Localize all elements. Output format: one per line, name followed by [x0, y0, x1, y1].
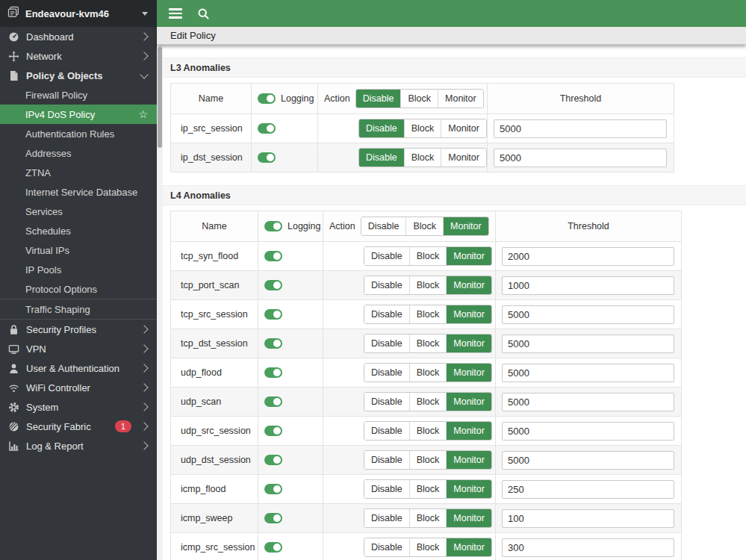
scrollbar-thumb[interactable]: [158, 47, 162, 148]
threshold-input[interactable]: [502, 364, 674, 382]
action-disable-button[interactable]: Disable: [364, 305, 409, 323]
logging-toggle[interactable]: [264, 426, 282, 436]
action-disable-button[interactable]: Disable: [364, 509, 409, 526]
action-monitor-button[interactable]: Monitor: [446, 364, 491, 381]
logging-toggle[interactable]: [258, 123, 276, 134]
threshold-input[interactable]: [502, 422, 674, 441]
sidebar-item-internet-service-database[interactable]: Internet Service Database: [0, 182, 157, 202]
sidebar-item-security-profiles[interactable]: Security Profiles: [0, 319, 157, 339]
threshold-input[interactable]: [502, 393, 674, 411]
action-monitor-button[interactable]: Monitor: [446, 247, 491, 264]
sidebar-item-traffic-shaping[interactable]: Traffic Shaping: [0, 299, 157, 319]
action-monitor-button[interactable]: Monitor: [446, 276, 491, 293]
sidebar-item-log-report[interactable]: Log & Report: [0, 436, 157, 455]
action-block-button[interactable]: Block: [409, 509, 447, 526]
action-disable-button[interactable]: Disable: [364, 276, 409, 293]
sidebar-item-schedules[interactable]: Schedules: [0, 221, 157, 240]
logging-toggle-all[interactable]: [258, 93, 276, 104]
action-monitor-button[interactable]: Monitor: [446, 393, 491, 410]
action-disable-button[interactable]: Disable: [364, 538, 409, 556]
action-block-button[interactable]: Block: [409, 451, 447, 468]
action-block-button[interactable]: Block: [404, 119, 441, 137]
logging-toggle[interactable]: [264, 309, 282, 320]
action-disable-button[interactable]: Disable: [364, 335, 409, 352]
action-disable-button[interactable]: Disable: [364, 393, 409, 410]
sidebar-item-vpn[interactable]: VPN: [0, 339, 157, 358]
action-block-button[interactable]: Block: [404, 149, 441, 166]
logging-toggle[interactable]: [264, 513, 282, 523]
sidebar-item-ipv4-dos-policy[interactable]: IPv4 DoS Policy☆: [0, 105, 157, 124]
action-monitor-button[interactable]: Monitor: [446, 335, 491, 352]
action-block-button[interactable]: Block: [409, 480, 447, 497]
action-disable-button[interactable]: Disable: [364, 422, 409, 439]
action-block-button[interactable]: Block: [405, 217, 443, 234]
logging-toggle[interactable]: [258, 152, 276, 163]
action-block-button[interactable]: Block: [409, 364, 447, 381]
favorite-star-icon[interactable]: ☆: [138, 108, 148, 120]
logging-toggle[interactable]: [264, 280, 282, 290]
sidebar-item-network[interactable]: Network: [0, 46, 157, 66]
action-block-button[interactable]: Block: [409, 422, 447, 439]
threshold-input[interactable]: [502, 305, 674, 324]
action-block-button[interactable]: Block: [409, 393, 447, 410]
action-block-button[interactable]: Block: [409, 276, 447, 293]
action-disable-button[interactable]: Disable: [359, 149, 404, 166]
action-block-button[interactable]: Block: [400, 90, 438, 107]
sidebar-item-security-fabric[interactable]: Security Fabric1: [0, 417, 157, 436]
action-monitor-button[interactable]: Monitor: [443, 217, 488, 234]
threshold-input[interactable]: [494, 119, 667, 138]
logging-toggle[interactable]: [264, 367, 282, 378]
sidebar-item-dashboard[interactable]: Dashboard: [0, 27, 157, 46]
logging-toggle[interactable]: [264, 251, 282, 261]
action-disable-button[interactable]: Disable: [364, 480, 409, 497]
sidebar-item-services[interactable]: Services: [0, 202, 157, 221]
sidebar-item-policy-objects[interactable]: Policy & Objects: [0, 66, 157, 85]
action-monitor-button[interactable]: Monitor: [438, 90, 483, 107]
action-disable-button[interactable]: Disable: [361, 217, 406, 234]
sidebar-item-virtual-ips[interactable]: Virtual IPs: [0, 240, 157, 260]
sidebar-item-protocol-options[interactable]: Protocol Options: [0, 279, 157, 299]
sidebar-item-authentication-rules[interactable]: Authentication Rules: [0, 124, 157, 143]
sidebar-item-ip-pools[interactable]: IP Pools: [0, 260, 157, 279]
logging-toggle[interactable]: [264, 396, 282, 407]
action-block-button[interactable]: Block: [409, 247, 447, 264]
action-monitor-button[interactable]: Monitor: [446, 451, 491, 468]
sidebar-item-firewall-policy[interactable]: Firewall Policy: [0, 85, 157, 105]
logging-toggle[interactable]: [264, 338, 282, 349]
logging-toggle[interactable]: [264, 542, 282, 553]
action-monitor-button[interactable]: Monitor: [446, 422, 491, 439]
action-monitor-button[interactable]: Monitor: [446, 305, 491, 323]
menu-icon[interactable]: [169, 13, 182, 14]
threshold-input[interactable]: [502, 276, 674, 295]
threshold-input[interactable]: [502, 509, 674, 528]
threshold-input[interactable]: [502, 247, 674, 266]
search-icon[interactable]: [197, 7, 210, 20]
logging-toggle-all[interactable]: [264, 221, 282, 231]
threshold-input[interactable]: [502, 451, 674, 470]
sidebar-item-wifi-controller[interactable]: WiFi Controller: [0, 378, 157, 397]
action-disable-button[interactable]: Disable: [364, 247, 409, 264]
sidebar-item-system[interactable]: System: [0, 397, 157, 417]
action-disable-button[interactable]: Disable: [356, 90, 401, 107]
action-block-button[interactable]: Block: [409, 305, 447, 323]
action-disable-button[interactable]: Disable: [364, 364, 409, 381]
logging-toggle[interactable]: [264, 484, 282, 494]
device-selector[interactable]: Endeavour-kvm46: [0, 0, 157, 27]
action-block-button[interactable]: Block: [409, 335, 447, 352]
action-disable-button[interactable]: Disable: [364, 451, 409, 468]
threshold-input[interactable]: [502, 480, 674, 499]
action-block-button[interactable]: Block: [409, 538, 447, 556]
action-monitor-button[interactable]: Monitor: [446, 509, 491, 526]
threshold-input[interactable]: [494, 149, 667, 167]
threshold-input[interactable]: [502, 335, 674, 353]
threshold-input[interactable]: [502, 538, 674, 557]
logging-toggle[interactable]: [264, 455, 282, 465]
action-monitor-button[interactable]: Monitor: [441, 149, 486, 166]
action-monitor-button[interactable]: Monitor: [446, 538, 491, 556]
sidebar-item-ztna[interactable]: ZTNA: [0, 163, 157, 182]
action-disable-button[interactable]: Disable: [359, 119, 404, 137]
sidebar-item-addresses[interactable]: Addresses: [0, 143, 157, 163]
action-monitor-button[interactable]: Monitor: [446, 480, 491, 497]
sidebar-item-user-authentication[interactable]: User & Authentication: [0, 358, 157, 378]
action-monitor-button[interactable]: Monitor: [441, 119, 486, 137]
